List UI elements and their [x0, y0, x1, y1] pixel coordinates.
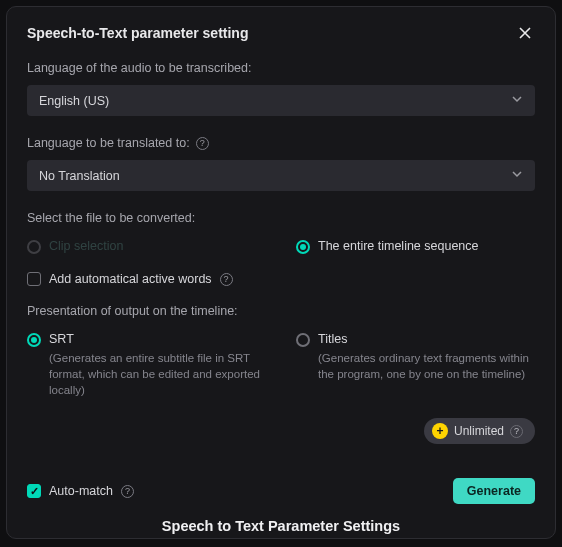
- presentation-label: Presentation of output on the timeline:: [27, 304, 535, 318]
- radio-timeline-label: The entire timeline sequence: [318, 239, 479, 253]
- page-caption: Speech to Text Parameter Settings: [7, 518, 555, 534]
- radio-icon: [27, 333, 41, 347]
- file-select-label: Select the file to be converted:: [27, 211, 535, 225]
- audio-language-value: English (US): [39, 94, 109, 108]
- radio-titles-title: Titles: [318, 332, 535, 346]
- unlimited-label: Unlimited: [454, 424, 504, 438]
- dialog-title: Speech-to-Text parameter setting: [27, 25, 248, 41]
- unlimited-pill-row: + Unlimited ?: [27, 418, 535, 444]
- checkbox-icon: [27, 484, 41, 498]
- stt-settings-dialog: Speech-to-Text parameter setting Languag…: [6, 6, 556, 539]
- radio-srt[interactable]: SRT (Generates an entire subtitle file i…: [27, 332, 266, 398]
- help-icon[interactable]: ?: [510, 425, 523, 438]
- translate-language-select[interactable]: No Translation: [27, 160, 535, 191]
- auto-active-words-label: Add automatical active words: [49, 272, 212, 286]
- radio-clip-selection: Clip selection: [27, 239, 266, 254]
- close-icon[interactable]: [515, 23, 535, 43]
- radio-icon: [296, 333, 310, 347]
- plus-icon: +: [432, 423, 448, 439]
- help-icon[interactable]: ?: [121, 485, 134, 498]
- chevron-down-icon: [511, 93, 523, 108]
- auto-match-checkbox[interactable]: Auto-match ?: [27, 484, 134, 498]
- radio-srt-title: SRT: [49, 332, 266, 346]
- radio-titles[interactable]: Titles (Generates ordinary text fragment…: [296, 332, 535, 382]
- help-icon[interactable]: ?: [220, 273, 233, 286]
- translate-language-value: No Translation: [39, 169, 120, 183]
- auto-match-label: Auto-match: [49, 484, 113, 498]
- radio-entire-timeline[interactable]: The entire timeline sequence: [296, 239, 535, 254]
- audio-language-select[interactable]: English (US): [27, 85, 535, 116]
- help-icon[interactable]: ?: [196, 137, 209, 150]
- file-select-group: Clip selection The entire timeline seque…: [27, 239, 535, 254]
- presentation-group: SRT (Generates an entire subtitle file i…: [27, 332, 535, 398]
- radio-icon: [296, 240, 310, 254]
- translate-language-label: Language to be translated to: ?: [27, 136, 535, 150]
- auto-active-words-checkbox[interactable]: Add automatical active words ?: [27, 272, 535, 286]
- dialog-footer: Auto-match ? Generate: [27, 478, 535, 504]
- radio-icon: [27, 240, 41, 254]
- radio-srt-desc: (Generates an entire subtitle file in SR…: [49, 350, 266, 398]
- unlimited-pill[interactable]: + Unlimited ?: [424, 418, 535, 444]
- radio-titles-desc: (Generates ordinary text fragments withi…: [318, 350, 535, 382]
- audio-language-label: Language of the audio to be transcribed:: [27, 61, 535, 75]
- generate-button[interactable]: Generate: [453, 478, 535, 504]
- chevron-down-icon: [511, 168, 523, 183]
- radio-clip-label: Clip selection: [49, 239, 123, 253]
- dialog-header: Speech-to-Text parameter setting: [27, 23, 535, 43]
- checkbox-icon: [27, 272, 41, 286]
